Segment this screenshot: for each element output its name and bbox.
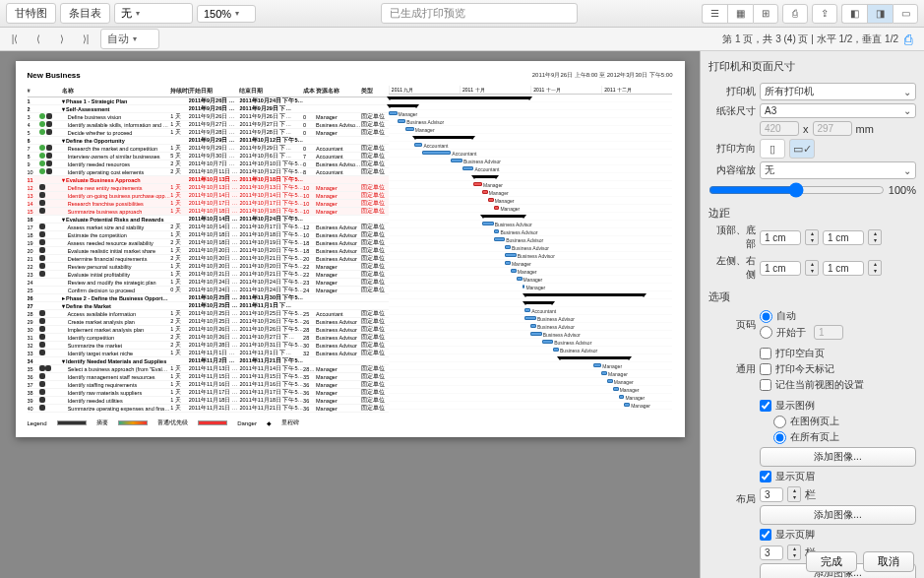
table-row: 40 Summarize operating expenses and fina… — [28, 405, 389, 413]
view-list-icon[interactable]: ☰ — [702, 4, 727, 24]
table-row: 26▸ Phase 2 - Define the Business Opport… — [28, 294, 389, 302]
paper-size-select[interactable]: A3 — [760, 103, 916, 118]
zoom-select[interactable]: 150% — [197, 5, 256, 23]
export-icon[interactable]: ⇪ — [812, 4, 837, 24]
section-printer: 打印机和页面尺寸 — [708, 57, 916, 80]
col-name: 名称 — [62, 88, 171, 95]
col-start: 开始日期 — [189, 88, 240, 95]
legend: Legend 摘要 普通/优先级 Danger ◆里程碑 — [28, 418, 673, 427]
table-row: 36 Identify management staff resources1 … — [28, 373, 389, 381]
cb-print-today[interactable] — [760, 363, 771, 375]
cb-show-footer[interactable] — [760, 529, 771, 541]
table-row: 2▾ Self-Assessment2011年9月26日 上…2011年9月29… — [28, 105, 389, 113]
table-row: 37 Identify staffing requirements1 天2011… — [28, 381, 389, 389]
filter-select[interactable]: 无 — [114, 3, 193, 24]
table-row: 12 Define new entity requirements1 天2011… — [28, 184, 389, 192]
table-row: 27▾ Define the Market2011年10月25日 上…2011年… — [28, 302, 389, 310]
table-row: 9 Identify needed resources2 天2011年10月7日… — [28, 161, 389, 168]
scale-select[interactable]: 无 — [760, 161, 916, 179]
table-row: 15 Summarize business approach1 天2011年10… — [28, 208, 389, 216]
margin-top-stepper[interactable]: ▴▾ — [805, 229, 819, 245]
margin-left[interactable]: 1 cm — [760, 261, 801, 276]
date-range-label: 2011年9月26日 上午8:00 至 2012年3月30日 下午5:00 — [532, 71, 673, 80]
margin-top[interactable]: 1 cm — [760, 230, 801, 245]
cb-remember-view[interactable] — [760, 379, 771, 391]
orientation-landscape[interactable]: ▭✓ — [789, 139, 815, 159]
header-cols-stepper[interactable]: ▴▾ — [787, 486, 801, 502]
cb-show-header[interactable] — [760, 471, 771, 482]
page-fit-select[interactable]: 自动 — [100, 29, 159, 49]
table-row: 21 Determine financial requirements2 天20… — [28, 255, 389, 263]
print-preview-area: 2011年9月26日 上午8:00 至 2012年3月30日 下午5:00 Ne… — [0, 51, 700, 578]
add-image-button-1[interactable]: 添加图像... — [760, 447, 916, 467]
cancel-button[interactable]: 取消 — [863, 551, 914, 572]
print-preview-icon[interactable]: ⎙ — [904, 32, 918, 47]
table-row: 29 Create market analysis plan2 天2011年10… — [28, 318, 389, 326]
paper-height: 297 — [813, 121, 852, 136]
gantt-chart: 2011 九月2011 十月2011 十一月2011 十二月 ManagerBu… — [389, 86, 673, 413]
table-row: 8 Interview owners of similar businesses… — [28, 153, 389, 161]
paper-page: 2011年9月26日 上午8:00 至 2012年3月30日 下午5:00 Ne… — [16, 61, 685, 437]
table-row: 25 Confirm decision to proceed0 天2011年10… — [28, 287, 389, 294]
table-row: 11▾ Evaluate Business Approach2011年10月13… — [28, 176, 389, 184]
cb-print-empty[interactable] — [760, 348, 771, 359]
table-row: 18 Estimate the competition1 天2011年10月18… — [28, 231, 389, 239]
footer-cols-stepper[interactable]: ▴▾ — [787, 545, 801, 560]
view-table-icon[interactable]: ⊞ — [753, 4, 778, 24]
table-row: 7 Research the market and competition1 天… — [28, 145, 389, 153]
table-row: 13 Identify on-going business purchase o… — [28, 192, 389, 200]
table-row: 1▾ Phase 1 - Strategic Plan2011年9月26日 上…… — [28, 97, 389, 105]
inspector-2-icon[interactable]: ◨ — [867, 4, 893, 24]
margin-right-stepper[interactable]: ▴▾ — [868, 260, 882, 276]
scale-slider[interactable] — [708, 182, 885, 198]
table-row: 38 Identify raw materials suppliers1 天20… — [28, 389, 389, 397]
last-page-icon[interactable]: ⟩| — [77, 33, 94, 44]
breadcrumb-view2[interactable]: 条目表 — [60, 3, 110, 24]
cb-show-legend[interactable] — [760, 400, 771, 412]
col-end: 结束日期 — [239, 88, 303, 95]
table-row: 33 Identify target market niche1 天2011年1… — [28, 350, 389, 357]
col-id: # — [28, 88, 40, 95]
table-row: 31 Identify competition2 天2011年10月26日 上…… — [28, 334, 389, 342]
margin-bottom-stepper[interactable]: ▴▾ — [868, 229, 882, 245]
table-row: 3 Define business vision1 天2011年9月26日 上…… — [28, 113, 389, 121]
add-image-button-2[interactable]: 添加图像... — [760, 505, 916, 525]
done-button[interactable]: 完成 — [806, 551, 857, 572]
table-row: 30 Implement market analysis plan1 天2011… — [28, 326, 389, 334]
header-cols[interactable]: 3 — [760, 487, 783, 502]
section-options: 选项 — [708, 289, 916, 304]
inspector-1-icon[interactable]: ◧ — [841, 4, 867, 24]
printer-select[interactable]: 所有打印机 — [760, 83, 916, 100]
table-row: 17 Assess market size and stability2 天20… — [28, 224, 389, 231]
radio-auto-paging[interactable] — [760, 310, 772, 323]
start-page-field[interactable]: 1 — [814, 325, 843, 340]
breadcrumb-view1[interactable]: 甘特图 — [6, 3, 56, 24]
view-calendar-icon[interactable]: ▦ — [727, 4, 753, 24]
top-toolbar: 甘特图 条目表 无 150% 已生成打印预览 ☰ ▦ ⊞ ⎙ ⇪ ◧ ◨ ▭ — [0, 0, 924, 28]
table-row: 35 Select a business approach (from "Eva… — [28, 365, 389, 373]
table-row: 6▾ Define the Opportunity2011年9月29日 上…20… — [28, 137, 389, 145]
table-row: 10 Identify operating cost elements2 天20… — [28, 168, 389, 176]
table-row: 22 Review personal suitability1 天2011年10… — [28, 263, 389, 271]
margin-left-stepper[interactable]: ▴▾ — [805, 260, 819, 276]
table-row: 28 Access available information1 天2011年1… — [28, 310, 389, 318]
orientation-portrait[interactable]: ▯ — [760, 139, 785, 159]
table-row: 39 Identify needed utilities1 天2011年11月1… — [28, 397, 389, 405]
margin-right[interactable]: 1 cm — [823, 261, 864, 276]
table-row: 14 Research franchise possibilities1 天20… — [28, 200, 389, 208]
radio-start-paging[interactable] — [760, 326, 772, 339]
inspector-3-icon[interactable]: ▭ — [893, 4, 918, 24]
prev-page-icon[interactable]: ⟨ — [30, 33, 47, 44]
table-row: 23 Evaluate initial profitability1 天2011… — [28, 271, 389, 279]
print-icon[interactable]: ⎙ — [782, 4, 808, 24]
radio-legend-page[interactable] — [773, 416, 786, 428]
footer-cols[interactable]: 3 — [760, 546, 783, 560]
table-row: 16▾ Evaluate Potential Risks and Rewards… — [28, 216, 389, 224]
col-type: 类型 — [361, 88, 389, 95]
first-page-icon[interactable]: |⟨ — [6, 33, 24, 44]
radio-all-pages[interactable] — [773, 431, 786, 444]
margin-bottom[interactable]: 1 cm — [823, 230, 864, 245]
page-info-label: 第 1 页，共 3 (4) 页 | 水平 1/2，垂直 1/2 — [722, 32, 898, 46]
next-page-icon[interactable]: ⟩ — [53, 33, 71, 44]
col-cost: 成本 — [303, 88, 316, 95]
